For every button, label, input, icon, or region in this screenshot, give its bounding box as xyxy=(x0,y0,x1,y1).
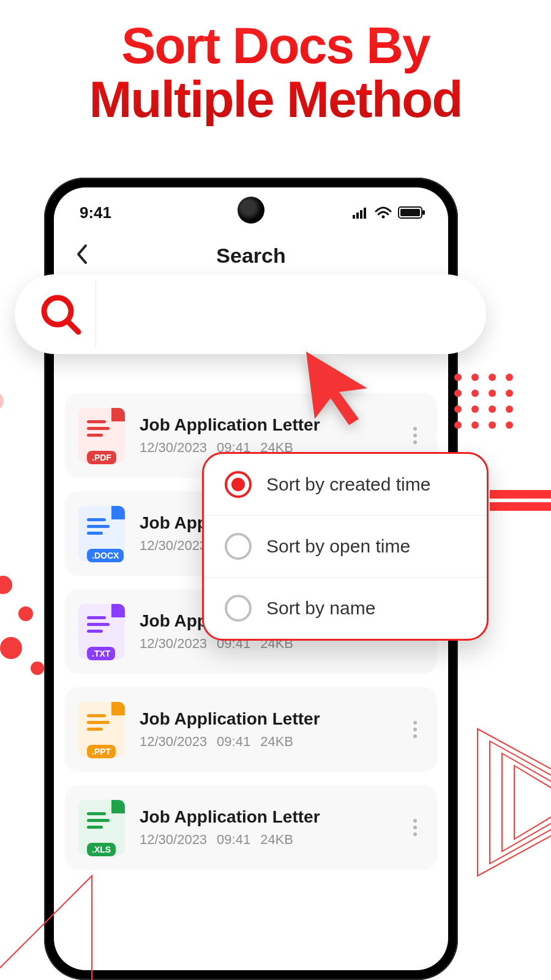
file-meta: 12/30/2023 09:41 24KB xyxy=(140,832,392,848)
svg-line-11 xyxy=(69,322,78,332)
search-divider xyxy=(96,281,96,348)
file-row[interactable]: .XLS Job Application Letter 12/30/2023 0… xyxy=(65,785,437,870)
file-type-icon: .DOCX xyxy=(78,506,125,561)
file-date: 12/30/2023 xyxy=(140,734,207,750)
decoration-triangles-right xyxy=(453,717,551,900)
cursor-pointer-icon xyxy=(300,345,380,425)
svg-marker-2 xyxy=(502,753,551,851)
sort-option-label: Sort by open time xyxy=(266,536,410,557)
file-ext-badge: .TXT xyxy=(87,647,115,660)
file-ext-badge: .DOCX xyxy=(87,549,124,562)
file-type-icon: .PPT xyxy=(78,702,125,757)
battery-icon xyxy=(398,206,422,219)
sort-option-label: Sort by name xyxy=(266,598,375,619)
decoration-dots-right xyxy=(454,374,514,429)
decoration-bar xyxy=(490,502,551,511)
wifi-icon xyxy=(375,206,392,219)
file-size: 24KB xyxy=(260,734,293,750)
radio-icon xyxy=(225,533,252,560)
page-title: Search xyxy=(216,244,285,268)
camera-notch xyxy=(238,197,264,224)
file-time: 09:41 xyxy=(217,832,250,848)
svg-rect-7 xyxy=(360,210,362,219)
file-type-icon: .PDF xyxy=(78,408,125,463)
file-name: Job Application Letter xyxy=(140,807,392,827)
file-ext-badge: .PDF xyxy=(87,451,116,464)
app-header: Search xyxy=(54,234,448,277)
file-date: 12/30/2023 xyxy=(140,538,207,554)
svg-point-9 xyxy=(382,216,385,219)
file-size: 24KB xyxy=(260,832,293,848)
status-time: 9:41 xyxy=(80,203,111,222)
sort-option[interactable]: Sort by created time xyxy=(204,454,487,516)
search-icon xyxy=(33,292,88,337)
hero-line2: Multiple Method xyxy=(89,70,462,128)
sort-menu: Sort by created time Sort by open time S… xyxy=(202,452,489,641)
radio-icon xyxy=(225,471,252,498)
signal-icon xyxy=(353,206,369,219)
more-button[interactable] xyxy=(407,819,424,836)
back-button[interactable] xyxy=(75,243,93,268)
svg-marker-1 xyxy=(490,741,551,864)
sort-option-label: Sort by created time xyxy=(266,474,430,495)
decoration-bar xyxy=(490,490,551,499)
file-name: Job Application Letter xyxy=(140,709,392,729)
search-bar[interactable] xyxy=(15,274,486,354)
file-row[interactable]: .PPT Job Application Letter 12/30/2023 0… xyxy=(65,687,437,772)
svg-marker-3 xyxy=(514,766,551,839)
file-time: 09:41 xyxy=(217,734,250,750)
svg-marker-12 xyxy=(306,352,367,425)
file-date: 12/30/2023 xyxy=(140,636,207,652)
radio-icon xyxy=(225,595,252,622)
decoration-triangle-left xyxy=(0,870,98,980)
search-input[interactable] xyxy=(103,296,468,333)
more-button[interactable] xyxy=(407,721,424,738)
more-button[interactable] xyxy=(407,427,424,444)
file-meta: 12/30/2023 09:41 24KB xyxy=(140,734,392,750)
file-type-icon: .TXT xyxy=(78,604,125,659)
file-ext-badge: .PPT xyxy=(87,745,116,758)
hero-line1: Sort Docs By xyxy=(121,17,429,74)
file-date: 12/30/2023 xyxy=(140,832,207,848)
sort-option[interactable]: Sort by name xyxy=(204,578,487,639)
svg-rect-6 xyxy=(356,213,359,219)
file-date: 12/30/2023 xyxy=(140,440,207,456)
svg-rect-5 xyxy=(353,215,355,219)
file-ext-badge: .XLS xyxy=(87,843,116,856)
file-type-icon: .XLS xyxy=(78,800,125,855)
svg-marker-4 xyxy=(0,876,92,980)
svg-rect-8 xyxy=(364,208,366,219)
hero-title: Sort Docs By Multiple Method xyxy=(0,0,551,126)
chevron-left-icon xyxy=(75,243,88,265)
sort-option[interactable]: Sort by open time xyxy=(204,516,487,578)
